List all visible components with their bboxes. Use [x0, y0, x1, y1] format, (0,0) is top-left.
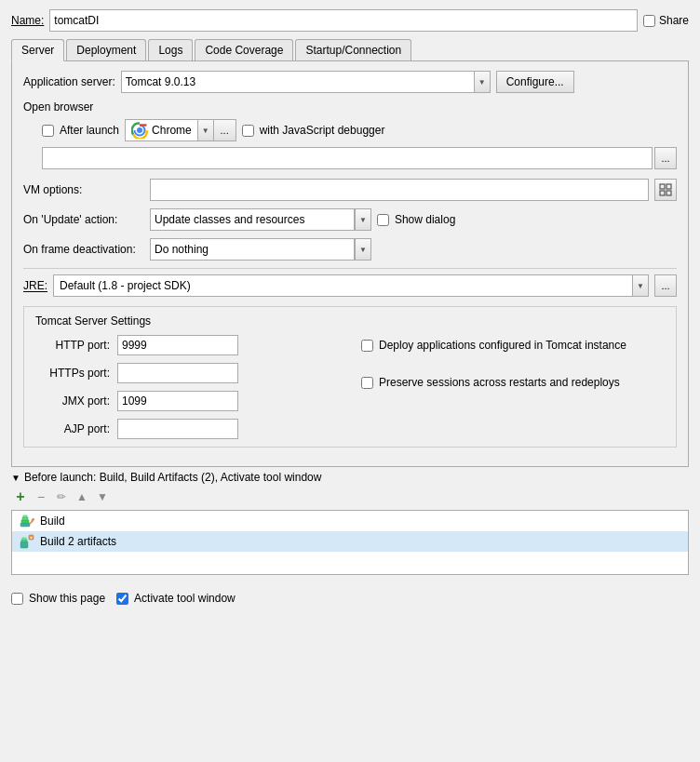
deploy-label: Deploy applications configured in Tomcat…	[379, 339, 626, 352]
browser-name: Chrome	[152, 124, 192, 137]
tab-startup[interactable]: Startup/Connection	[295, 39, 411, 60]
before-launch-header-text: Before launch: Build, Build Artifacts (2…	[24, 471, 322, 484]
svg-rect-7	[20, 523, 30, 527]
svg-rect-10	[23, 515, 27, 517]
jre-more-btn[interactable]: ...	[654, 274, 677, 297]
app-server-select[interactable]: Tomcat 9.0.13	[121, 71, 475, 93]
svg-rect-15	[22, 538, 26, 540]
show-this-page-checkbox[interactable]	[11, 593, 23, 605]
https-port-input[interactable]	[117, 363, 238, 383]
configure-button[interactable]: Configure...	[496, 71, 574, 93]
show-dialog-checkbox[interactable]	[377, 214, 389, 226]
activate-tool-window-label: Activate tool window	[134, 592, 236, 605]
url-more-btn[interactable]: ...	[654, 147, 677, 169]
svg-rect-3	[660, 184, 665, 189]
content-panel: Application server: Tomcat 9.0.13 ▼ Conf…	[11, 61, 689, 467]
url-input[interactable]	[42, 147, 653, 169]
svg-rect-5	[660, 191, 665, 195]
tab-code-coverage[interactable]: Code Coverage	[195, 39, 293, 60]
jre-input[interactable]	[53, 274, 633, 297]
jre-dropdown-btn[interactable]: ▼	[633, 274, 649, 297]
on-frame-label: On frame deactivation:	[23, 243, 144, 256]
svg-rect-4	[666, 184, 671, 189]
vm-options-label: VM options:	[23, 183, 144, 196]
after-launch-checkbox[interactable]	[42, 125, 54, 137]
svg-rect-8	[21, 520, 29, 523]
show-this-page-label: Show this page	[29, 592, 105, 605]
deploy-checkbox[interactable]	[361, 340, 373, 352]
add-btn[interactable]: +	[11, 488, 30, 506]
remove-btn[interactable]: −	[32, 488, 50, 506]
edit-btn[interactable]: ✏	[52, 488, 71, 506]
tomcat-settings-title: Tomcat Server Settings	[35, 314, 665, 328]
chrome-icon	[131, 122, 148, 139]
after-launch-label: After launch	[60, 124, 119, 137]
svg-rect-13	[20, 541, 28, 548]
js-debugger-checkbox[interactable]	[242, 125, 254, 137]
http-port-input[interactable]	[117, 335, 238, 355]
name-input[interactable]	[49, 9, 638, 32]
build-artifacts-item-label: Build 2 artifacts	[40, 535, 116, 548]
move-down-btn[interactable]: ▼	[93, 488, 112, 506]
on-update-arrow-icon: ▼	[359, 216, 367, 224]
before-launch-section: ▼ Before launch: Build, Build Artifacts …	[11, 471, 689, 575]
on-update-select[interactable]: Update classes and resources	[150, 208, 355, 231]
move-up-btn[interactable]: ▲	[73, 488, 91, 506]
vm-options-btn[interactable]	[654, 179, 677, 201]
svg-rect-6	[666, 191, 671, 195]
on-update-label: On 'Update' action:	[23, 213, 144, 226]
before-launch-toolbar: + − ✏ ▲ ▼	[11, 488, 689, 506]
browser-dropdown-arrow-icon: ▼	[202, 127, 209, 135]
tomcat-settings: Tomcat Server Settings HTTP port: HTTPs …	[23, 306, 677, 448]
http-port-label: HTTP port:	[35, 339, 110, 352]
bottom-row: Show this page Activate tool window	[11, 584, 689, 605]
tabs-row: Server Deployment Logs Code Coverage Sta…	[11, 39, 689, 61]
jre-arrow-icon: ▼	[637, 282, 644, 290]
svg-line-11	[30, 521, 33, 524]
tab-logs[interactable]: Logs	[148, 39, 193, 60]
on-frame-select[interactable]: Do nothing	[150, 238, 355, 261]
jre-label: JRE:	[23, 279, 47, 292]
jmx-port-input[interactable]	[117, 391, 238, 411]
show-dialog-label: Show dialog	[395, 213, 455, 226]
share-label: Share	[659, 14, 689, 27]
browser-selector[interactable]: Chrome	[125, 119, 197, 141]
https-port-label: HTTPs port:	[35, 367, 110, 380]
app-server-label: Application server:	[23, 75, 115, 88]
before-launch-list: Build Build 2 artifacts	[11, 510, 689, 575]
collapse-arrow-icon[interactable]: ▼	[11, 473, 20, 483]
vm-options-input[interactable]	[150, 179, 649, 201]
build-artifacts-list-item[interactable]: Build 2 artifacts	[12, 531, 688, 552]
open-browser-section: Open browser After launch	[23, 100, 677, 169]
ajp-port-label: AJP port:	[35, 422, 110, 435]
activate-tool-window-checkbox[interactable]	[116, 593, 128, 605]
open-browser-label: Open browser	[23, 100, 677, 114]
on-frame-dropdown-btn[interactable]: ▼	[355, 238, 371, 261]
name-label: Name:	[11, 14, 44, 27]
jmx-port-label: JMX port:	[35, 394, 110, 408]
build-icon	[20, 514, 34, 528]
settings-right: Deploy applications configured in Tomcat…	[350, 335, 665, 439]
preserve-checkbox[interactable]	[361, 377, 373, 389]
build-item-label: Build	[40, 515, 65, 528]
share-checkbox[interactable]	[643, 15, 655, 27]
svg-rect-9	[22, 517, 28, 520]
build-artifacts-icon	[20, 534, 34, 549]
settings-left: HTTP port: HTTPs port: JMX port: AJP por…	[35, 335, 350, 439]
tab-server[interactable]: Server	[11, 39, 64, 61]
expand-icon	[659, 183, 672, 196]
svg-point-2	[137, 127, 142, 133]
app-server-dropdown-btn[interactable]: ▼	[475, 71, 491, 93]
dropdown-arrow-icon: ▼	[478, 78, 486, 87]
build-list-item[interactable]: Build	[12, 511, 688, 531]
preserve-label: Preserve sessions across restarts and re…	[379, 376, 620, 389]
browser-dropdown-btn[interactable]: ▼	[197, 119, 214, 141]
on-update-dropdown-btn[interactable]: ▼	[355, 208, 371, 231]
js-debugger-label: with JavaScript debugger	[260, 124, 385, 137]
browser-more-btn[interactable]: ...	[214, 119, 236, 141]
ajp-port-input[interactable]	[117, 419, 238, 439]
tab-deployment[interactable]: Deployment	[66, 39, 146, 60]
svg-rect-14	[21, 540, 27, 541]
on-frame-arrow-icon: ▼	[359, 246, 367, 254]
